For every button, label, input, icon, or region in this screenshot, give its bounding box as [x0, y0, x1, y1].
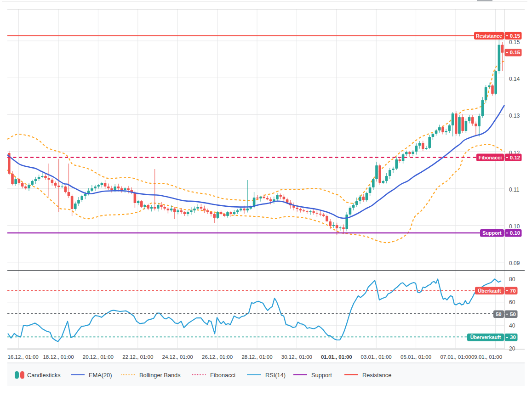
svg-text:05.01., 01:00: 05.01., 01:00 [400, 354, 431, 360]
svg-text:RSI(14): RSI(14) [265, 372, 286, 379]
svg-text:Support: Support [311, 372, 332, 379]
svg-text:Resistance: Resistance [362, 372, 391, 379]
svg-text:EMA(20): EMA(20) [89, 372, 112, 379]
svg-text:0.12: 0.12 [510, 155, 520, 160]
svg-text:24.12., 01:00: 24.12., 01:00 [162, 354, 193, 360]
svg-text:03.01., 01:00: 03.01., 01:00 [361, 354, 392, 360]
svg-text:40: 40 [509, 322, 515, 329]
svg-text:07.01., 01:00: 07.01., 01:00 [440, 354, 471, 360]
svg-text:60: 60 [509, 299, 515, 305]
svg-text:16.12., 01:00: 16.12., 01:00 [8, 354, 39, 360]
svg-text:Fibonacci: Fibonacci [479, 155, 502, 160]
svg-text:80: 80 [509, 276, 515, 283]
svg-text:0.14: 0.14 [509, 76, 520, 82]
svg-text:0.15: 0.15 [510, 50, 521, 55]
svg-text:0.15: 0.15 [509, 39, 520, 45]
svg-text:0.09: 0.09 [509, 260, 520, 266]
svg-text:0.13: 0.13 [509, 113, 520, 119]
svg-text:0.11: 0.11 [509, 187, 520, 193]
svg-text:0.10: 0.10 [510, 230, 520, 236]
svg-text:20: 20 [509, 345, 515, 352]
svg-text:Überverkauft: Überverkauft [470, 334, 501, 340]
svg-text:20.12., 01:00: 20.12., 01:00 [83, 354, 114, 360]
svg-text:70: 70 [510, 288, 516, 294]
svg-text:Candlesticks: Candlesticks [27, 372, 61, 379]
svg-text:30.12., 01:00: 30.12., 01:00 [281, 354, 312, 360]
svg-text:50: 50 [510, 311, 516, 317]
svg-text:Überkauft: Überkauft [478, 288, 501, 294]
svg-text:Support: Support [482, 230, 502, 236]
svg-text:01.01., 01:00: 01.01., 01:00 [321, 354, 352, 360]
svg-text:Fibonacci: Fibonacci [210, 372, 235, 379]
svg-text:30: 30 [510, 334, 516, 340]
svg-text:28.12., 01:00: 28.12., 01:00 [241, 354, 272, 360]
svg-text:26.12., 01:00: 26.12., 01:00 [202, 354, 233, 360]
svg-text:50: 50 [496, 311, 501, 317]
svg-text:Bollinger Bands: Bollinger Bands [139, 372, 181, 379]
svg-text:09.01., 01:00: 09.01., 01:00 [471, 354, 502, 360]
svg-text:18.12., 01:00: 18.12., 01:00 [43, 354, 74, 360]
svg-text:0.15: 0.15 [510, 33, 521, 39]
svg-text:Resistance: Resistance [476, 33, 502, 39]
svg-text:0.10: 0.10 [509, 223, 520, 230]
svg-text:22.12., 01:00: 22.12., 01:00 [122, 354, 153, 360]
